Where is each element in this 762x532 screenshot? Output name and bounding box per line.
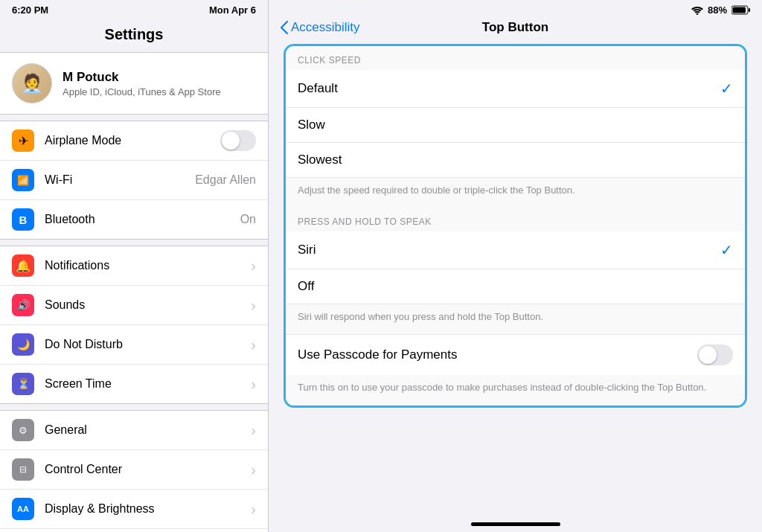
sidebar-title: Settings xyxy=(0,20,268,52)
battery-text: 88% xyxy=(708,4,727,16)
display-chevron xyxy=(251,501,256,518)
option-slow[interactable]: Slow xyxy=(286,108,745,143)
user-subtitle: Apple ID, iCloud, iTunes & App Store xyxy=(63,86,221,97)
option-default[interactable]: Default ✓ xyxy=(286,70,745,108)
sidebar-item-wifi[interactable]: 📶 Wi-Fi Edgar Allen xyxy=(0,161,268,200)
user-profile[interactable]: 🧑‍💼 M Potuck Apple ID, iCloud, iTunes & … xyxy=(0,52,268,115)
wifi-status-icon xyxy=(691,6,703,15)
back-label: Accessibility xyxy=(291,20,360,35)
option-off[interactable]: Off xyxy=(286,269,745,304)
settings-group-general: 🔔 Notifications 🔊 Sounds 🌙 Do Not Distur… xyxy=(0,246,268,404)
status-time: 6:20 PM xyxy=(12,4,48,16)
general-icon: ⚙ xyxy=(12,419,34,441)
svg-rect-3 xyxy=(733,7,746,13)
avatar: 🧑‍💼 xyxy=(12,63,52,103)
top-button-card: CLICK SPEED Default ✓ Slow Slowest Adjus… xyxy=(284,44,747,408)
airplane-toggle[interactable] xyxy=(220,130,256,151)
airplane-icon: ✈ xyxy=(12,129,34,152)
wifi-label: Wi-Fi xyxy=(45,173,185,187)
sidebar-item-airplane[interactable]: ✈ Airplane Mode xyxy=(0,121,268,161)
screentime-icon: ⏳ xyxy=(12,373,34,395)
main-content: 88% Accessibility Top Button CLICK SPEED… xyxy=(269,0,762,532)
settings-group-connectivity: ✈ Airplane Mode 📶 Wi-Fi Edgar Allen B Bl… xyxy=(0,121,268,240)
battery-icon xyxy=(731,5,750,15)
option-siri-label: Siri xyxy=(298,243,720,257)
option-off-label: Off xyxy=(298,279,733,294)
main-header: Accessibility Top Button xyxy=(269,20,762,44)
svg-point-0 xyxy=(697,13,698,14)
dnd-chevron xyxy=(251,336,256,353)
passcode-toggle[interactable] xyxy=(697,344,733,365)
sidebar-item-dnd[interactable]: 🌙 Do Not Disturb xyxy=(0,325,268,365)
bluetooth-icon: B xyxy=(12,208,34,231)
sidebar-status-bar: 6:20 PM Mon Apr 6 xyxy=(0,0,268,20)
passcode-description: Turn this on to use your passcode to mak… xyxy=(286,375,745,405)
sidebar-item-sounds[interactable]: 🔊 Sounds xyxy=(0,286,268,325)
screentime-chevron xyxy=(251,376,256,393)
option-slowest[interactable]: Slowest xyxy=(286,143,745,178)
click-speed-header: CLICK SPEED xyxy=(286,46,745,70)
status-day: Mon Apr 6 xyxy=(209,4,256,16)
passcode-row: Use Passcode for Payments xyxy=(286,334,745,375)
sounds-icon: 🔊 xyxy=(12,294,34,316)
user-name: M Potuck xyxy=(63,70,221,85)
bluetooth-label: Bluetooth xyxy=(45,213,230,226)
home-bar xyxy=(471,522,560,526)
bluetooth-value: On xyxy=(240,213,256,226)
main-body: CLICK SPEED Default ✓ Slow Slowest Adjus… xyxy=(269,44,762,516)
dnd-label: Do Not Disturb xyxy=(45,338,240,351)
wifi-value: Edgar Allen xyxy=(195,173,256,187)
sidebar-item-controlcenter[interactable]: ⊟ Control Center xyxy=(0,450,268,490)
notifications-icon: 🔔 xyxy=(12,254,34,277)
notifications-chevron xyxy=(251,257,256,275)
sidebar-item-notifications[interactable]: 🔔 Notifications xyxy=(0,246,268,286)
option-siri-check: ✓ xyxy=(720,241,733,259)
passcode-label: Use Passcode for Payments xyxy=(298,347,697,362)
controlcenter-chevron xyxy=(251,461,256,478)
sidebar: 6:20 PM Mon Apr 6 Settings 🧑‍💼 M Potuck … xyxy=(0,0,268,532)
screentime-label: Screen Time xyxy=(45,377,240,391)
home-indicator xyxy=(269,516,762,532)
press-hold-description: Siri will respond when you press and hol… xyxy=(286,304,745,334)
controlcenter-label: Control Center xyxy=(45,463,240,476)
user-info: M Potuck Apple ID, iCloud, iTunes & App … xyxy=(63,70,221,97)
option-slow-label: Slow xyxy=(298,118,733,132)
notifications-label: Notifications xyxy=(45,259,240,272)
sidebar-item-bluetooth[interactable]: B Bluetooth On xyxy=(0,200,268,239)
display-icon: AA xyxy=(12,498,34,520)
option-siri[interactable]: Siri ✓ xyxy=(286,231,745,269)
sidebar-item-general[interactable]: ⚙ General xyxy=(0,411,268,450)
option-default-check: ✓ xyxy=(720,80,733,97)
option-slowest-label: Slowest xyxy=(298,153,733,167)
display-label: Display & Brightness xyxy=(45,502,240,516)
sidebar-item-homescreen[interactable]: ⊞ Home Screen & Dock xyxy=(0,529,268,532)
main-status-bar: 88% xyxy=(269,0,762,20)
sidebar-item-display[interactable]: AA Display & Brightness xyxy=(0,490,268,529)
sounds-chevron xyxy=(251,297,256,314)
back-chevron-icon xyxy=(281,21,288,34)
general-label: General xyxy=(45,423,240,437)
sounds-label: Sounds xyxy=(45,298,240,312)
airplane-label: Airplane Mode xyxy=(45,134,210,147)
svg-rect-2 xyxy=(749,8,750,12)
settings-group-other: ⚙ General ⊟ Control Center AA Display & … xyxy=(0,410,268,532)
option-default-label: Default xyxy=(298,81,720,96)
page-title: Top Button xyxy=(482,20,548,35)
back-button[interactable]: Accessibility xyxy=(281,20,360,35)
dnd-icon: 🌙 xyxy=(12,333,34,356)
sidebar-item-screentime[interactable]: ⏳ Screen Time xyxy=(0,365,268,403)
press-hold-header: PRESS AND HOLD TO SPEAK xyxy=(286,208,745,231)
general-chevron xyxy=(251,422,256,439)
controlcenter-icon: ⊟ xyxy=(12,458,34,481)
wifi-icon: 📶 xyxy=(12,169,34,191)
click-speed-description: Adjust the speed required to double or t… xyxy=(286,178,745,208)
